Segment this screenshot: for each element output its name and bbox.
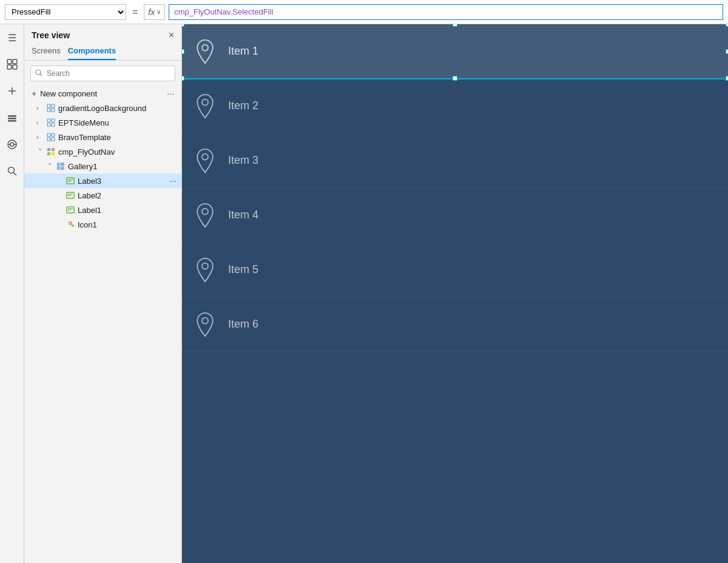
- fx-icon: fx: [148, 7, 155, 17]
- gallery-item-5[interactable]: Item 5: [182, 243, 728, 297]
- svg-rect-6: [8, 115, 16, 117]
- new-component-ellipsis-icon[interactable]: ···: [167, 89, 174, 98]
- handle-ml[interactable]: [182, 49, 184, 54]
- pin-icon-2: [194, 93, 216, 119]
- chevron-right-icon: ›: [36, 120, 44, 126]
- gallery-container: Item 1 Item 2: [182, 24, 728, 563]
- gallery-item-1[interactable]: Item 1: [182, 24, 728, 79]
- tree-title: Tree view: [32, 30, 70, 40]
- new-component-row[interactable]: + New component ···: [24, 86, 181, 101]
- svg-rect-35: [60, 167, 64, 170]
- svg-point-15: [36, 70, 41, 75]
- handle-tr[interactable]: [726, 24, 728, 27]
- formula-name-select[interactable]: PressedFill: [5, 4, 126, 20]
- gallery-item-4[interactable]: Item 4: [182, 188, 728, 243]
- chevron-right-icon: ›: [36, 105, 44, 112]
- svg-rect-18: [52, 104, 55, 107]
- svg-rect-7: [8, 118, 16, 120]
- canvas-area: Item 1 Item 2: [182, 24, 728, 563]
- svg-rect-1: [13, 59, 17, 64]
- svg-rect-8: [8, 120, 16, 122]
- item-4-label: Item 4: [228, 209, 258, 221]
- component-color-icon: [46, 147, 56, 157]
- item-3-label: Item 3: [228, 154, 258, 167]
- svg-line-14: [13, 173, 16, 176]
- tree-item-label: Label2: [78, 191, 177, 200]
- item-1-label: Item 1: [228, 45, 258, 58]
- new-comp-plus-icon: +: [32, 89, 36, 98]
- svg-rect-21: [47, 119, 50, 122]
- tree-item-Label2[interactable]: › Label2: [24, 188, 181, 203]
- tree-item-Label3[interactable]: › Label3 ···: [24, 174, 181, 188]
- variable-icon[interactable]: [4, 136, 21, 153]
- item-6-label: Item 6: [228, 318, 258, 331]
- label-icon: [66, 176, 75, 186]
- svg-point-53: [202, 317, 208, 323]
- pin-icon-3: [194, 148, 216, 174]
- add-icon[interactable]: [4, 83, 21, 99]
- chevron-right-icon: ›: [36, 134, 44, 141]
- svg-rect-24: [52, 123, 55, 126]
- tree-item-cmp_FlyOutNav[interactable]: › cmp_FlyOutNav: [24, 144, 181, 159]
- fx-button[interactable]: fx ∨: [144, 4, 165, 20]
- handle-tl[interactable]: [182, 24, 184, 27]
- tree-header: Tree view ×: [24, 24, 181, 44]
- tree-item-Label1[interactable]: › Label1: [24, 203, 181, 217]
- svg-point-49: [202, 99, 208, 105]
- svg-rect-33: [57, 163, 59, 170]
- tab-components[interactable]: Components: [68, 44, 116, 60]
- svg-rect-27: [47, 138, 50, 141]
- screens-icon[interactable]: [4, 56, 21, 73]
- search-icon[interactable]: [4, 163, 21, 180]
- gallery-item-2[interactable]: Item 2: [182, 79, 728, 133]
- svg-rect-31: [47, 152, 50, 155]
- chevron-down-icon: ›: [47, 163, 53, 170]
- tab-screens[interactable]: Screens: [32, 44, 61, 60]
- formula-bar[interactable]: [169, 4, 723, 20]
- chevron-down-icon: ›: [37, 148, 44, 155]
- selection-overlay: [182, 24, 728, 79]
- close-tree-button[interactable]: ×: [169, 30, 174, 40]
- hamburger-menu-icon[interactable]: ☰: [4, 29, 21, 46]
- svg-point-10: [10, 143, 14, 146]
- tree-item-Gallery1[interactable]: › Gallery1: [24, 159, 181, 174]
- search-small-icon: [35, 69, 42, 78]
- svg-point-52: [202, 263, 208, 269]
- svg-rect-2: [7, 65, 12, 69]
- tree-item-label: cmp_FlyOutNav: [58, 147, 177, 157]
- tree-item-label: gradientLogoBackground: [58, 104, 177, 113]
- layers-icon[interactable]: [4, 109, 21, 126]
- svg-point-13: [8, 167, 14, 174]
- grid-component-icon: [46, 118, 56, 127]
- svg-point-51: [202, 208, 208, 214]
- label3-ellipsis-icon[interactable]: ···: [169, 176, 177, 186]
- pin-icon-5: [194, 257, 216, 283]
- tree-panel: Tree view × Screens Components + New com…: [24, 24, 182, 563]
- tree-item-gradientLogoBackground[interactable]: › gradientLogoBackground: [24, 101, 181, 115]
- svg-rect-19: [47, 109, 50, 112]
- tree-item-Icon1[interactable]: › Icon1: [24, 217, 181, 232]
- svg-rect-29: [47, 148, 50, 151]
- top-bar: PressedFill = fx ∨: [0, 0, 728, 24]
- tree-item-label: Gallery1: [68, 162, 177, 171]
- svg-rect-17: [47, 104, 50, 107]
- tree-item-label: EPTSideMenu: [58, 118, 177, 127]
- handle-mr[interactable]: [726, 49, 728, 54]
- svg-point-47: [72, 224, 74, 227]
- gallery-item-6[interactable]: Item 6: [182, 297, 728, 352]
- grid-component-icon: [46, 132, 56, 142]
- tree-item-BravoTemplate[interactable]: › BravoTemplate: [24, 130, 181, 144]
- search-input[interactable]: [30, 66, 175, 81]
- svg-rect-34: [60, 163, 64, 166]
- handle-tc[interactable]: [453, 24, 457, 27]
- item-2-label: Item 2: [228, 99, 258, 112]
- svg-rect-28: [52, 138, 55, 141]
- svg-rect-22: [52, 119, 55, 122]
- tree-item-EPTSideMenu[interactable]: › EPTSideMenu: [24, 115, 181, 130]
- item-5-label: Item 5: [228, 263, 258, 276]
- new-component-label: New component: [40, 89, 97, 98]
- tree-item-label: Label1: [78, 206, 177, 215]
- svg-rect-26: [52, 133, 55, 137]
- icon1-icon: [66, 220, 75, 229]
- gallery-item-3[interactable]: Item 3: [182, 133, 728, 188]
